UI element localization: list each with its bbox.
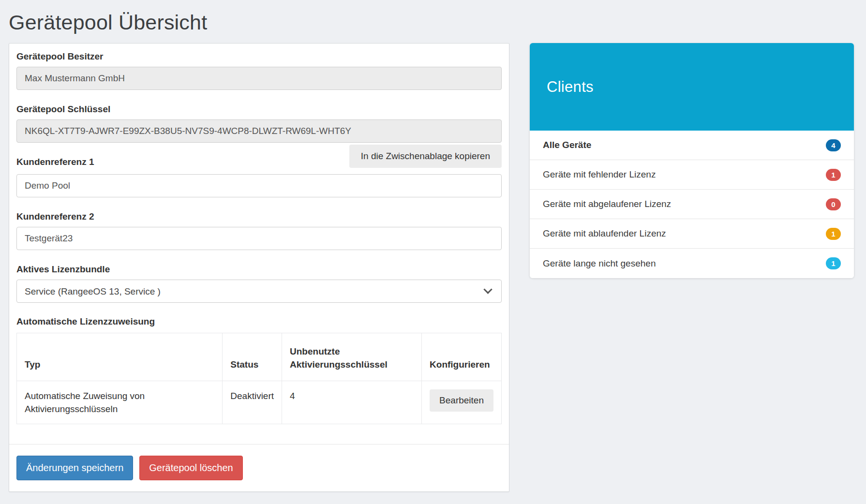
- client-filter-label: Geräte lange nicht gesehen: [543, 258, 656, 269]
- client-filter-all-devices[interactable]: Alle Geräte 4: [530, 131, 854, 160]
- client-filter-label: Geräte mit fehlender Lizenz: [543, 169, 656, 180]
- client-filter-long-unseen[interactable]: Geräte lange nicht gesehen 1: [530, 249, 854, 278]
- clients-panel-title: Clients: [547, 78, 594, 96]
- license-bundle-select[interactable]: Service (RangeeOS 13, Service ): [16, 280, 502, 303]
- count-badge: 4: [826, 139, 841, 151]
- col-header-unused-keys: Unbenutzte Aktivierungsschlüssel: [282, 333, 422, 381]
- pool-key-field-group: Gerätepool Schlüssel: [16, 104, 502, 143]
- clients-panel-header: Clients: [530, 43, 854, 131]
- owner-label: Gerätepool Besitzer: [16, 51, 502, 62]
- auto-license-heading: Automatische Lizenzzuweisung: [16, 316, 502, 327]
- customer-ref-1-field-group: [16, 174, 502, 197]
- pool-key-input: [16, 119, 502, 143]
- edit-button[interactable]: Bearbeiten: [430, 389, 493, 412]
- license-bundle-select-wrap: Service (RangeeOS 13, Service ): [16, 280, 502, 303]
- client-filter-label: Alle Geräte: [543, 140, 591, 150]
- count-badge: 1: [826, 257, 841, 269]
- customer-ref-2-label: Kundenreferenz 2: [16, 211, 502, 222]
- footer-divider: [9, 444, 509, 445]
- page-title: Gerätepool Übersicht: [9, 11, 854, 34]
- cell-typ: Automatische Zuweisung von Aktivierungss…: [17, 381, 223, 424]
- client-filter-missing-license[interactable]: Geräte mit fehlender Lizenz 1: [530, 160, 854, 190]
- table-header-row: Typ Status Unbenutzte Aktivierungsschlüs…: [17, 333, 502, 381]
- delete-pool-button[interactable]: Gerätepool löschen: [139, 456, 242, 480]
- auto-license-table: Typ Status Unbenutzte Aktivierungsschlüs…: [16, 333, 502, 424]
- copy-row: Kundenreferenz 1 In die Zwischenablage k…: [16, 145, 502, 168]
- col-header-status: Status: [223, 333, 282, 381]
- owner-field-group: Gerätepool Besitzer: [16, 51, 502, 90]
- owner-input: [16, 67, 502, 90]
- pool-key-label: Gerätepool Schlüssel: [16, 104, 502, 115]
- table-row: Automatische Zuweisung von Aktivierungss…: [17, 381, 502, 424]
- license-bundle-label: Aktives Lizenzbundle: [16, 264, 502, 275]
- clients-panel: Clients Alle Geräte 4 Geräte mit fehlend…: [530, 43, 854, 278]
- cell-status: Deaktiviert: [223, 381, 282, 424]
- cell-unused-keys: 4: [282, 381, 422, 424]
- cell-configure: Bearbeiten: [422, 381, 502, 424]
- client-filter-expiring-license[interactable]: Geräte mit ablaufender Lizenz 1: [530, 219, 854, 249]
- col-header-typ: Typ: [17, 333, 223, 381]
- copy-to-clipboard-button[interactable]: In die Zwischenablage kopieren: [349, 145, 502, 168]
- device-pool-form-card: Gerätepool Besitzer Gerätepool Schlüssel…: [9, 43, 509, 492]
- client-filter-label: Geräte mit abgelaufener Lizenz: [543, 199, 671, 209]
- form-actions: Änderungen speichern Gerätepool löschen: [16, 456, 502, 480]
- client-filter-label: Geräte mit ablaufender Lizenz: [543, 228, 666, 239]
- customer-ref-1-input[interactable]: [16, 174, 502, 197]
- col-header-configure: Konfigurieren: [422, 333, 502, 381]
- count-badge: 0: [826, 198, 841, 210]
- save-changes-button[interactable]: Änderungen speichern: [16, 456, 133, 480]
- device-pool-overview-page: Gerätepool Übersicht Gerätepool Besitzer…: [0, 11, 866, 492]
- main-layout: Gerätepool Besitzer Gerätepool Schlüssel…: [9, 43, 854, 492]
- count-badge: 1: [826, 169, 841, 181]
- customer-ref-2-field-group: Kundenreferenz 2: [16, 211, 502, 250]
- count-badge: 1: [826, 228, 841, 240]
- customer-ref-1-label: Kundenreferenz 1: [16, 156, 94, 168]
- customer-ref-2-input[interactable]: [16, 227, 502, 250]
- license-bundle-field-group: Aktives Lizenzbundle Service (RangeeOS 1…: [16, 264, 502, 303]
- client-filter-expired-license[interactable]: Geräte mit abgelaufener Lizenz 0: [530, 190, 854, 219]
